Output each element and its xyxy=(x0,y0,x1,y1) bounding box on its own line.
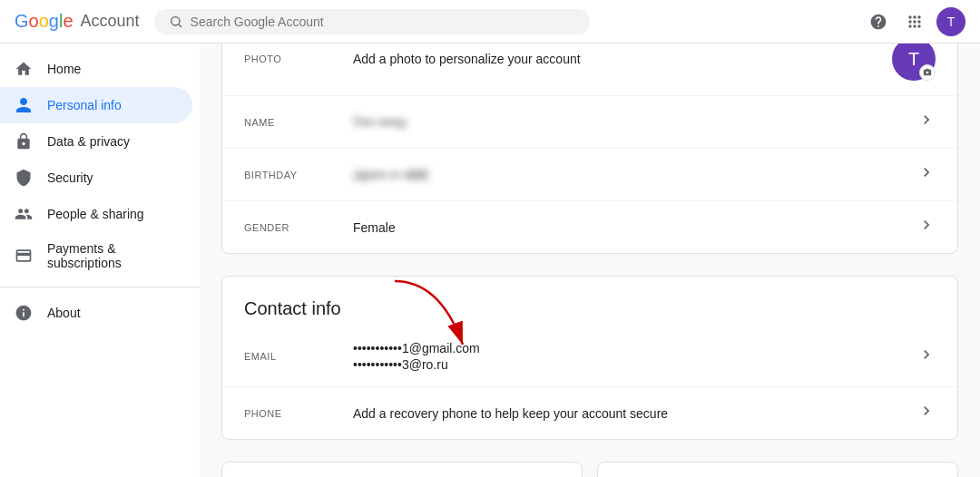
header-actions: T xyxy=(864,7,965,36)
email-label: EMAIL xyxy=(244,351,353,362)
name-value: T••• •••••y xyxy=(353,115,917,130)
sidebar: Home Personal info Data & privacy Securi… xyxy=(0,44,200,477)
sidebar-label-data-privacy: Data & privacy xyxy=(47,134,130,149)
name-label: NAME xyxy=(244,117,353,128)
email-values: •••••••••••1@gmail.com •••••••••••3@ro.r… xyxy=(353,341,917,372)
credit-card-icon xyxy=(15,247,33,265)
phone-chevron-icon xyxy=(917,402,936,424)
apps-button[interactable] xyxy=(900,7,929,36)
account-title: Account xyxy=(81,12,140,31)
people-icon xyxy=(15,205,33,223)
birthday-label: BIRTHDAY xyxy=(244,170,353,180)
your-profiles-card[interactable]: Your profiles See how your different pro… xyxy=(221,462,583,477)
sidebar-item-personal-info[interactable]: Personal info xyxy=(0,87,192,123)
name-row[interactable]: NAME T••• •••••y xyxy=(222,96,957,149)
sidebar-item-data-privacy[interactable]: Data & privacy xyxy=(0,123,192,160)
photo-description: Add a photo to personalize your account xyxy=(353,52,892,66)
phone-row[interactable]: PHONE Add a recovery phone to help keep … xyxy=(222,387,957,439)
email-chevron-icon xyxy=(917,346,936,368)
photo-label: PHOTO xyxy=(244,54,353,64)
birthday-chevron-icon xyxy=(917,163,936,186)
gender-value: Female xyxy=(353,220,917,235)
logo: Google Account xyxy=(15,11,140,32)
gender-chevron-icon xyxy=(917,216,936,238)
sidebar-item-about[interactable]: About xyxy=(0,295,192,331)
personal-info-card: PHOTO Add a photo to personalize your ac… xyxy=(221,22,958,254)
sidebar-item-security[interactable]: Security xyxy=(0,160,192,196)
search-bar[interactable] xyxy=(154,9,590,34)
svg-line-1 xyxy=(179,24,181,27)
home-icon xyxy=(15,60,33,78)
sidebar-label-security: Security xyxy=(47,170,93,185)
contact-info-title: Contact info xyxy=(222,277,957,326)
sidebar-item-payments[interactable]: Payments & subscriptions xyxy=(0,232,192,279)
phone-label: PHONE xyxy=(244,408,353,419)
sidebar-label-payments: Payments & subscriptions xyxy=(47,241,178,270)
camera-icon xyxy=(919,64,936,81)
email-secondary: •••••••••••3@ro.ru xyxy=(353,357,917,372)
gender-label: GENDER xyxy=(244,222,353,233)
sidebar-label-about: About xyxy=(47,306,81,320)
user-avatar[interactable]: T xyxy=(936,7,965,36)
svg-point-0 xyxy=(171,16,179,24)
app-header: Google Account T xyxy=(0,0,980,44)
help-button[interactable] xyxy=(864,7,893,36)
birthday-value: Jan••• •• •995 xyxy=(353,168,917,182)
phone-value: Add a recovery phone to help keep your a… xyxy=(353,406,917,421)
email-row[interactable]: EMAIL •••••••••••1@gmail.com •••••••••••… xyxy=(222,326,957,387)
sidebar-label-people-sharing: People & sharing xyxy=(47,207,144,221)
email-primary: •••••••••••1@gmail.com xyxy=(353,341,917,355)
person-icon xyxy=(15,96,33,114)
birthday-row[interactable]: BIRTHDAY Jan••• •• •995 xyxy=(222,149,957,201)
gender-row[interactable]: GENDER Female xyxy=(222,201,957,253)
shield-icon xyxy=(15,169,33,187)
contact-info-card: Contact info EMAIL •••••••••••1@gmail.co… xyxy=(221,276,958,440)
sidebar-label-home: Home xyxy=(47,62,81,76)
choose-what-others-see-card[interactable]: Choose what others see Decide what perso… xyxy=(597,462,958,477)
search-input[interactable] xyxy=(191,15,575,29)
bottom-cards: Your profiles See how your different pro… xyxy=(221,462,958,477)
google-logo: Google xyxy=(15,11,74,32)
info-icon xyxy=(15,304,33,322)
sidebar-item-home[interactable]: Home xyxy=(0,51,192,87)
profile-avatar: T xyxy=(892,37,936,81)
name-chevron-icon xyxy=(917,111,936,133)
sidebar-label-personal-info: Personal info xyxy=(47,98,122,112)
search-icon xyxy=(169,15,183,29)
sidebar-item-people-sharing[interactable]: People & sharing xyxy=(0,196,192,232)
main-content: PHOTO Add a photo to personalize your ac… xyxy=(200,0,980,477)
sidebar-divider xyxy=(0,287,200,287)
avatar-letter: T xyxy=(908,49,919,70)
lock-icon xyxy=(15,132,33,151)
